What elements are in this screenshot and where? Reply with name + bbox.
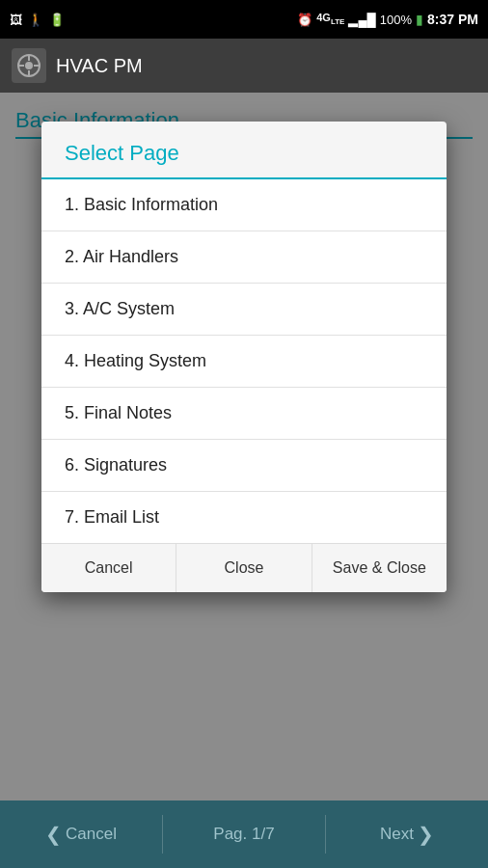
battery-icon: ▮ [416, 12, 423, 27]
page-item-3[interactable]: 3. A/C System [41, 284, 447, 336]
status-bar-left: 🖼 🚶 🔋 [10, 13, 65, 27]
clock: 8:37 PM [427, 12, 478, 27]
battery-charging-icon: 🔋 [49, 13, 65, 27]
svg-point-1 [25, 62, 33, 69]
status-bar-right: ⏰ 4GLTE ▂▄█ 100% ▮ 8:37 PM [297, 12, 478, 27]
page-label-5: Final Notes [84, 403, 172, 422]
page-item-2[interactable]: 2. Air Handlers [41, 231, 447, 284]
4g-lte-icon: 4GLTE [316, 12, 344, 26]
bottom-nav-bar: Cancel Pag. 1/7 Next [0, 800, 488, 868]
page-number-3: 3. [65, 299, 83, 318]
page-label-1: Basic Information [84, 195, 218, 214]
page-number-6: 6. [65, 455, 84, 475]
page-label-3: A/C System [83, 299, 175, 318]
bottom-page-indicator: Pag. 1/7 [163, 800, 325, 868]
page-label-4: Heating System [84, 351, 206, 370]
bottom-cancel-label: Cancel [66, 825, 117, 844]
page-label-6: Signatures [84, 455, 167, 475]
walk-icon: 🚶 [28, 13, 43, 27]
page-label-7: Email List [84, 507, 159, 527]
modal-body: 1. Basic Information 2. Air Handlers 3. … [41, 179, 447, 543]
modal-save-close-button[interactable]: Save & Close [312, 544, 447, 592]
alarm-icon: ⏰ [297, 13, 312, 27]
page-indicator-label: Pag. 1/7 [213, 825, 274, 844]
modal-cancel-button[interactable]: Cancel [41, 544, 176, 592]
page-item-6[interactable]: 6. Signatures [41, 440, 447, 492]
picture-icon: 🖼 [10, 13, 22, 27]
page-item-1[interactable]: 1. Basic Information [41, 179, 447, 231]
battery-percent: 100% [380, 13, 412, 27]
bottom-cancel-button[interactable]: Cancel [0, 800, 162, 868]
modal-title: Select Page [65, 141, 179, 165]
page-number-1: 1. [65, 195, 84, 214]
page-number-4: 4. [65, 351, 84, 370]
modal-actions: Cancel Close Save & Close [41, 543, 447, 592]
page-label-2: Air Handlers [83, 247, 178, 266]
page-number-7: 7. [65, 507, 84, 527]
page-item-5[interactable]: 5. Final Notes [41, 388, 447, 440]
app-bar: HVAC PM [0, 39, 488, 93]
hvac-icon [12, 48, 46, 83]
page-item-4[interactable]: 4. Heating System [41, 336, 447, 388]
status-bar: 🖼 🚶 🔋 ⏰ 4GLTE ▂▄█ 100% ▮ 8:37 PM [0, 0, 488, 39]
modal-overlay: Select Page 1. Basic Information 2. Air … [0, 93, 488, 868]
app-title: HVAC PM [56, 55, 143, 77]
page-item-7[interactable]: 7. Email List [41, 492, 447, 543]
modal-header: Select Page [41, 122, 447, 179]
page-number-5: 5. [65, 403, 84, 422]
signal-icon: ▂▄█ [348, 13, 375, 27]
chevron-left-icon [45, 823, 66, 846]
chevron-right-icon [414, 823, 434, 846]
bottom-next-label: Next [380, 825, 414, 844]
bottom-next-button[interactable]: Next [326, 800, 488, 868]
modal-close-button[interactable]: Close [176, 544, 312, 592]
page-number-2: 2. [65, 247, 83, 266]
select-page-modal: Select Page 1. Basic Information 2. Air … [41, 122, 447, 592]
